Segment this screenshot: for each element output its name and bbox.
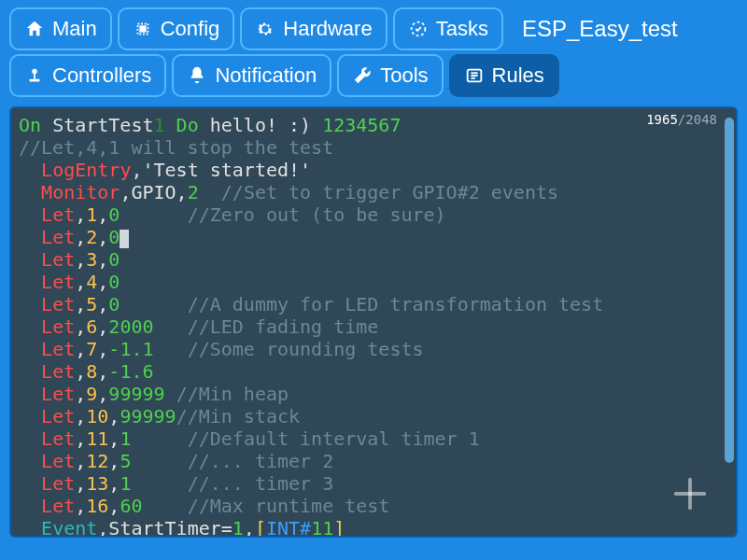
tab-label: Config <box>161 17 220 41</box>
tab-label: Notification <box>215 63 317 88</box>
list-icon <box>464 65 485 86</box>
scrollbar[interactable] <box>725 114 734 530</box>
code-line[interactable]: Let,3,0 <box>19 248 728 271</box>
bell-icon <box>187 65 207 86</box>
char-counter: 1965/2048 <box>646 112 717 127</box>
tasks-icon <box>408 19 429 39</box>
tab-label: Rules <box>492 63 544 88</box>
code-line[interactable]: Let,13,1 //... timer 3 <box>19 472 728 495</box>
code-line[interactable]: Event,StartTimer=1,[INT#11] <box>19 517 728 536</box>
tab-row-1: Main Config Hardware Tasks ESP_Easy_test <box>0 0 747 50</box>
scrollbar-thumb[interactable] <box>725 118 734 463</box>
svg-rect-5 <box>30 79 40 82</box>
tab-notification[interactable]: Notification <box>172 54 331 97</box>
tab-hardware[interactable]: Hardware <box>240 7 387 50</box>
tab-label: Tools <box>380 63 428 88</box>
code-editor[interactable]: On StartTest1 Do hello! :) 1234567//Let,… <box>11 108 736 536</box>
svg-rect-1 <box>140 26 146 32</box>
home-icon <box>24 19 45 39</box>
tab-label: Hardware <box>283 17 372 41</box>
code-line[interactable]: LogEntry,'Test started!' <box>19 159 728 181</box>
tab-main[interactable]: Main <box>9 7 112 50</box>
code-line[interactable]: Let,2,0 <box>19 226 728 248</box>
code-editor-panel: 1965/2048 On StartTest1 Do hello! :) 123… <box>9 106 738 538</box>
counter-current: 1965 <box>646 112 678 127</box>
code-line[interactable]: //Let,4,1 will stop the test <box>19 136 728 159</box>
code-line[interactable]: Let,10,99999//Min stack <box>19 405 728 427</box>
app-title: ESP_Easy_test <box>522 16 678 42</box>
tab-controllers[interactable]: Controllers <box>9 54 166 97</box>
joystick-icon <box>24 65 45 86</box>
text-cursor <box>120 230 129 248</box>
code-line[interactable]: Let,5,0 //A dummy for LED transformation… <box>19 293 728 315</box>
code-line[interactable]: On StartTest1 Do hello! :) 1234567 <box>19 114 728 136</box>
tab-label: Tasks <box>436 17 488 41</box>
counter-max: 2048 <box>685 112 717 127</box>
svg-rect-4 <box>34 73 35 78</box>
code-line[interactable]: Let,4,0 <box>19 271 728 293</box>
code-line[interactable]: Let,11,1 //Default interval timer 1 <box>19 427 728 450</box>
chip-icon <box>133 19 153 39</box>
tab-label: Controllers <box>52 63 151 88</box>
tab-rules[interactable]: Rules <box>449 54 559 97</box>
code-line[interactable]: Monitor,GPIO,2 //Set to trigger GPIO#2 e… <box>19 181 728 203</box>
tab-label: Main <box>52 17 97 41</box>
code-line[interactable]: Let,1,0 //Zero out (to be sure) <box>19 203 728 226</box>
tab-tasks[interactable]: Tasks <box>393 7 503 50</box>
tab-tools[interactable]: Tools <box>337 54 443 97</box>
add-button[interactable] <box>669 472 712 515</box>
code-line[interactable]: Let,7,-1.1 //Some rounding tests <box>19 338 728 360</box>
tab-config[interactable]: Config <box>118 7 235 50</box>
code-line[interactable]: Let,8,-1.6 <box>19 360 728 383</box>
tab-row-2: Controllers Notification Tools Rules <box>0 50 747 97</box>
gear-icon <box>255 19 275 39</box>
wrench-icon <box>352 65 373 86</box>
code-line[interactable]: Let,9,99999 //Min heap <box>19 383 728 405</box>
code-line[interactable]: Let,12,5 //... timer 2 <box>19 450 728 472</box>
code-line[interactable]: Let,6,2000 //LED fading time <box>19 315 728 338</box>
code-line[interactable]: Let,16,60 //Max runtime test <box>19 495 728 517</box>
